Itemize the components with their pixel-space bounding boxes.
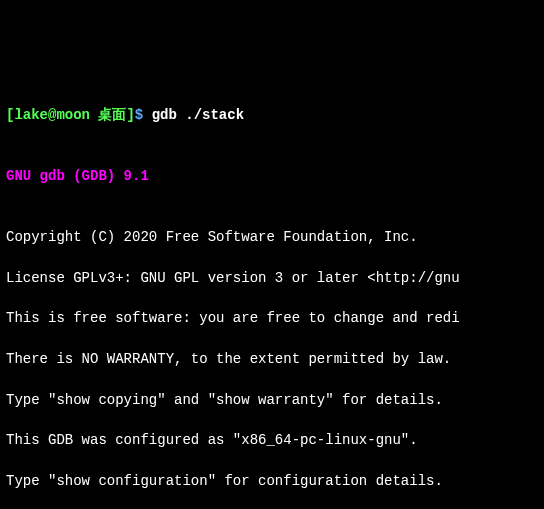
show-configuration-line: Type "show configuration" for configurat… [6,471,538,491]
license-line: License GPLv3+: GNU GPL version 3 or lat… [6,268,538,288]
show-copying-line: Type "show copying" and "show warranty" … [6,390,538,410]
no-warranty-line: There is NO WARRANTY, to the extent perm… [6,349,538,369]
gdb-banner: GNU gdb (GDB) 9.1 [6,166,538,186]
command-gdb: gdb ./stack [152,107,244,123]
shell-prompt-line[interactable]: [lake@moon 桌面]$ gdb ./stack [6,105,538,125]
dollar-sign: $ [135,107,152,123]
configured-line: This GDB was configured as "x86_64-pc-li… [6,430,538,450]
copyright-line: Copyright (C) 2020 Free Software Foundat… [6,227,538,247]
user-host: [lake@moon 桌面] [6,107,135,123]
free-software-line: This is free software: you are free to c… [6,308,538,328]
